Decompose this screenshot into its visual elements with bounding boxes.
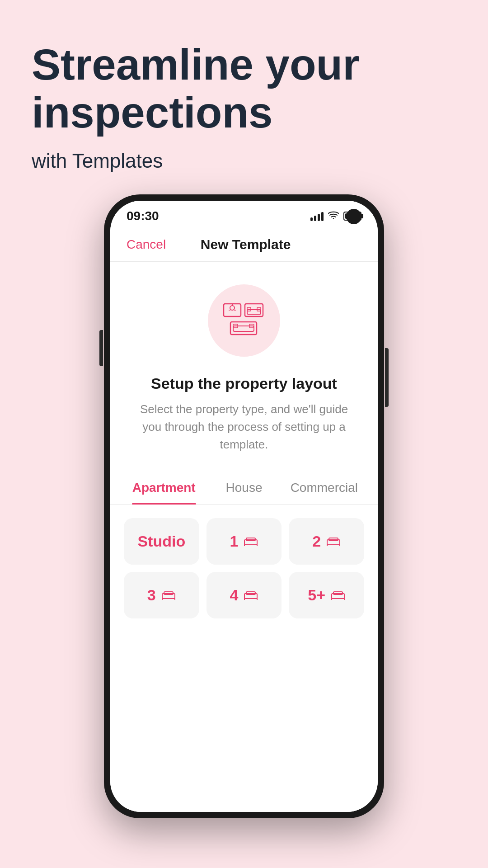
svg-point-0: [333, 218, 334, 220]
bed-icon-4: [244, 587, 258, 604]
description-title: Setup the property layout: [133, 375, 355, 392]
room-studio[interactable]: Studio: [124, 518, 199, 565]
headline-subtitle: with Templates: [32, 150, 456, 172]
headline-section: Streamline your inspections with Templat…: [0, 0, 488, 190]
description-body: Select the property type, and we'll guid…: [133, 401, 355, 453]
svg-point-2: [230, 306, 235, 310]
bed-icon-5plus: [331, 587, 345, 604]
room-2bed[interactable]: 2: [289, 518, 364, 565]
tab-house[interactable]: House: [204, 472, 284, 504]
headline-title: Streamline your inspections: [32, 41, 456, 136]
description-section: Setup the property layout Select the pro…: [110, 370, 378, 472]
app-content: Cancel New Template: [110, 228, 378, 812]
property-layout-icon: [221, 302, 267, 340]
room-3bed[interactable]: 3: [124, 572, 199, 618]
status-time: 09:30: [127, 209, 159, 223]
status-bar: 09:30: [110, 201, 378, 228]
room-grid: Studio 1: [110, 505, 378, 632]
page-background: Streamline your inspections with Templat…: [0, 0, 488, 868]
wifi-icon: [328, 210, 339, 222]
cancel-button[interactable]: Cancel: [127, 237, 166, 252]
camera-notch: [346, 209, 361, 224]
nav-title: New Template: [201, 237, 291, 252]
svg-rect-7: [247, 310, 261, 314]
bed-icon: [244, 533, 258, 550]
room-4bed[interactable]: 4: [206, 572, 282, 618]
bed-icon-2: [326, 533, 341, 550]
bed-icon-3: [161, 587, 176, 604]
tabs-section: Apartment House Commercial: [110, 472, 378, 505]
icon-section: [110, 262, 378, 370]
svg-rect-11: [233, 326, 254, 331]
tab-commercial[interactable]: Commercial: [284, 472, 364, 504]
phone-inner: 09:30: [110, 201, 378, 812]
signal-icon: [310, 211, 324, 221]
tab-apartment[interactable]: Apartment: [124, 472, 204, 504]
svg-rect-10: [230, 322, 257, 335]
phone-mockup: 09:30: [104, 194, 384, 818]
room-1bed[interactable]: 1: [206, 518, 282, 565]
phone-outer: 09:30: [104, 194, 384, 818]
room-5plus-bed[interactable]: 5+: [289, 572, 364, 618]
nav-bar: Cancel New Template: [110, 228, 378, 262]
property-icon-circle: [208, 284, 280, 357]
